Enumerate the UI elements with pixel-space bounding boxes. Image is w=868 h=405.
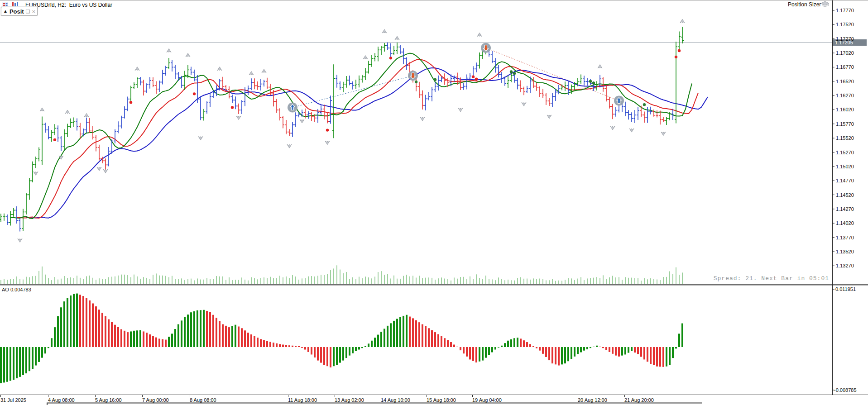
- ohlc-bar: [345, 76, 348, 88]
- ohlc-bar: [348, 76, 351, 86]
- ohlc-bar: [193, 70, 196, 81]
- ohlc-bar: [285, 120, 288, 134]
- ohlc-bar: [199, 96, 202, 120]
- ohlc-bar: [38, 148, 40, 162]
- ohlc-bar: [519, 81, 522, 92]
- ohlc-bar: [294, 112, 297, 127]
- ohlc-bar: [180, 76, 183, 88]
- ohlc-bar: [231, 95, 234, 103]
- ohlc-bar: [665, 117, 668, 125]
- ohlc-bar: [72, 117, 75, 127]
- fractal-down-icon: [236, 116, 241, 119]
- ohlc-bar: [240, 100, 243, 114]
- sell-trade-marker-icon[interactable]: [408, 71, 418, 81]
- ohlc-bar: [652, 110, 655, 117]
- ohlc-bar: [88, 118, 91, 133]
- alligator-teeth-line: [17, 59, 698, 218]
- ohlc-bar: [389, 43, 392, 57]
- ohlc-bar: [535, 83, 538, 91]
- green-signal-dot: [592, 81, 595, 84]
- ohlc-bar: [0, 214, 2, 222]
- fractal-down-icon: [420, 117, 425, 121]
- green-signal-dot: [510, 70, 513, 73]
- fractal-up-icon: [363, 56, 368, 59]
- ohlc-bar: [256, 81, 259, 90]
- ohlc-bar: [662, 117, 665, 122]
- ohlc-bar: [342, 82, 345, 92]
- ohlc-bar: [234, 96, 237, 109]
- ohlc-bar: [554, 89, 557, 101]
- mt5-chart-window: EURUSDrfd, H2: Euro vs US Dollar ▲ Posit…: [0, 0, 868, 405]
- red-signal-dot: [53, 138, 56, 141]
- ohlc-bar: [237, 104, 240, 114]
- awesome-oscillator-histogram: [1, 294, 682, 383]
- ohlc-bar: [437, 76, 440, 91]
- ohlc-bar: [47, 126, 50, 139]
- fractal-up-icon: [395, 36, 399, 40]
- ohlc-bar: [523, 86, 525, 95]
- ohlc-bar: [399, 45, 402, 54]
- ohlc-bar: [462, 83, 465, 90]
- ohlc-bar: [60, 136, 62, 151]
- ohlc-bar: [545, 93, 547, 105]
- pane-divider[interactable]: [0, 284, 832, 286]
- ohlc-bar: [516, 78, 519, 90]
- fractal-up-icon: [598, 65, 602, 68]
- ohlc-bar: [538, 86, 541, 97]
- ohlc-bar: [304, 109, 307, 119]
- tick-volume-histogram: [1, 265, 682, 284]
- ohlc-bar: [643, 111, 646, 122]
- ohlc-bar: [421, 91, 424, 110]
- ohlc-bar: [120, 116, 123, 129]
- ohlc-bar: [164, 66, 167, 76]
- chart-canvas[interactable]: 1.177701.175201.172701.170201.167701.165…: [0, 0, 868, 405]
- ohlc-bar: [123, 106, 126, 119]
- ohlc-bar: [624, 102, 627, 116]
- fractal-up-icon: [135, 67, 139, 71]
- buy-trade-marker-icon[interactable]: [288, 102, 297, 112]
- ohlc-bar: [557, 85, 560, 94]
- ohlc-bar: [380, 46, 383, 55]
- ohlc-bar: [82, 129, 85, 136]
- ohlc-bar: [542, 89, 544, 98]
- ohlc-bar: [478, 52, 481, 68]
- ohlc-bar: [63, 129, 66, 150]
- ohlc-bar: [79, 123, 82, 139]
- ohlc-bar: [614, 107, 617, 117]
- ohlc-bar: [355, 80, 357, 89]
- sell-trade-marker-icon[interactable]: [481, 43, 491, 53]
- ohlc-bar: [247, 86, 249, 95]
- red-signal-dot: [193, 92, 196, 95]
- ohlc-bar: [681, 27, 684, 43]
- ohlc-bar: [605, 86, 608, 101]
- ohlc-bar: [209, 93, 211, 107]
- ohlc-bar: [358, 76, 360, 88]
- ohlc-bar: [3, 214, 5, 221]
- fractal-up-icon: [186, 53, 190, 57]
- ohlc-bar: [139, 77, 142, 85]
- green-signal-dot: [589, 80, 592, 83]
- price-axis-scale[interactable]: [832, 0, 868, 395]
- ohlc-bar: [259, 79, 262, 91]
- red-signal-dot: [678, 49, 681, 52]
- ohlc-bar: [25, 193, 28, 214]
- red-signal-dot: [231, 106, 234, 109]
- ohlc-bar: [351, 81, 354, 90]
- ohlc-bar: [393, 46, 395, 55]
- red-signal-dot: [475, 78, 478, 81]
- ohlc-bar: [678, 31, 681, 51]
- ohlc-bar: [361, 75, 364, 83]
- fractal-up-icon: [382, 29, 387, 33]
- ohlc-bar: [307, 111, 310, 119]
- ohlc-bar: [19, 218, 21, 231]
- ohlc-bar: [275, 99, 278, 113]
- ohlc-bar: [491, 51, 494, 63]
- ohlc-bar: [386, 43, 389, 50]
- buy-trade-marker-icon[interactable]: [614, 95, 624, 105]
- fractal-down-icon: [34, 172, 38, 175]
- ohlc-bar: [142, 80, 145, 95]
- ohlc-bar: [405, 57, 408, 70]
- time-axis-scale[interactable]: [0, 395, 868, 403]
- ohlc-bar: [611, 104, 614, 119]
- ohlc-bar: [34, 157, 37, 168]
